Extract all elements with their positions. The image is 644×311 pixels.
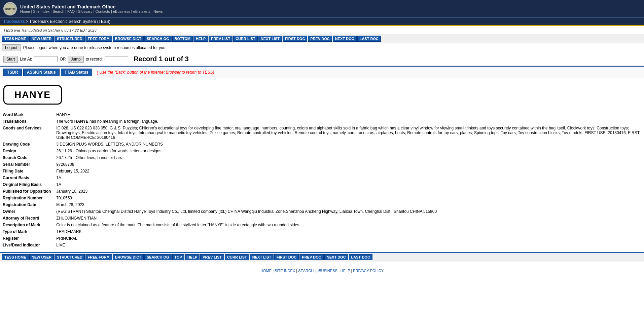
table-row: Design 26.11.26 - Oblongs as carriers fo…	[0, 148, 644, 154]
nav-contacts[interactable]: Contacts	[95, 9, 110, 13]
value-attorney: ZHUOJINGWEN TIAN	[53, 215, 644, 222]
ttab-status-button[interactable]: TTAB Status	[61, 69, 92, 76]
to-record-input[interactable]	[105, 56, 128, 62]
status-row: TSDR ASSIGN Status TTAB Status ( Use the…	[0, 66, 644, 78]
label-attorney: Attorney of Record	[0, 215, 53, 222]
label-word-mark: Word Mark	[0, 111, 53, 118]
bottom-btn-next-doc[interactable]: NEXT DOC	[324, 254, 348, 260]
nav-search[interactable]: Search	[52, 9, 64, 13]
record-title: Record 1 out of 3	[134, 55, 188, 63]
btn-structured[interactable]: STRUCTURED	[55, 36, 85, 42]
btn-next-list[interactable]: NEXT LIST	[258, 36, 282, 42]
bottom-btn-top[interactable]: TOP	[172, 254, 184, 260]
bottom-btn-prev-list[interactable]: PREV LIST	[200, 254, 224, 260]
nav-ebusiness[interactable]: eBusiness	[113, 9, 130, 13]
bottom-btn-prev-doc[interactable]: PREV DOC	[299, 254, 323, 260]
header-nav: Home | Site Index | Search | FAQ | Gloss…	[20, 9, 163, 13]
bottom-btn-new-user[interactable]: NEW USER	[29, 254, 54, 260]
or-label: OR	[60, 57, 66, 62]
svg-text:USPTO: USPTO	[5, 7, 15, 11]
nav-home[interactable]: Home	[20, 9, 30, 13]
bottom-btn-tess-home[interactable]: TESS HOME	[2, 254, 29, 260]
table-row: Attorney of Record ZHUOJINGWEN TIAN	[0, 215, 644, 222]
value-design: 26.11.26 - Oblongs as carriers for words…	[53, 148, 644, 154]
table-row: Type of Mark TRADEMARK	[0, 228, 644, 235]
label-registration-date: Registration Date	[0, 201, 53, 208]
btn-next-doc[interactable]: NEXT DOC	[333, 36, 357, 42]
table-row: Goods and Services IC 028. US 022 023 03…	[0, 125, 644, 141]
tsdr-button[interactable]: TSDR	[3, 69, 22, 76]
label-filing-date: Filing Date	[0, 168, 53, 174]
header-text: United States Patent and Trademark Offic…	[20, 4, 163, 13]
value-registration-number: 7010553	[53, 195, 644, 201]
table-row: Registration Number 7010553	[0, 195, 644, 201]
btn-help[interactable]: HELP	[193, 36, 208, 42]
jump-button[interactable]: Jump	[68, 56, 83, 63]
header: USPTO United States Patent and Trademark…	[0, 0, 644, 17]
logout-button[interactable]: Logout	[2, 44, 21, 51]
table-row: Drawing Code 3 DESIGN PLUS WORDS, LETTER…	[0, 141, 644, 148]
label-published-opposition: Published for Opposition	[0, 188, 53, 195]
btn-free-form[interactable]: FREE FORM	[85, 36, 112, 42]
logout-row: Logout Please logout when you are done t…	[0, 43, 644, 52]
bottom-btn-free-form[interactable]: FREE FORM	[85, 254, 112, 260]
btn-prev-list[interactable]: PREV LIST	[209, 36, 232, 42]
tess-update: TESS was last updated on Sat Apr 8 03:17…	[0, 26, 644, 34]
value-live-dead: LIVE	[53, 242, 644, 248]
value-register: PRINCIPAL	[53, 235, 644, 242]
value-description: Color is not claimed as a feature of the…	[53, 222, 644, 228]
value-original-filing-basis: 1A	[53, 181, 644, 188]
nav-news[interactable]: News	[153, 9, 163, 13]
agency-name: United States Patent and Trademark Offic…	[20, 4, 163, 9]
start-button[interactable]: Start	[3, 56, 18, 63]
btn-curr-list[interactable]: CURR LIST	[233, 36, 258, 42]
footer-help[interactable]: HELP	[341, 269, 350, 273]
list-at-input[interactable]	[34, 56, 58, 62]
bottom-btn-structured[interactable]: STRUCTURED	[55, 254, 85, 260]
bottom-btn-curr-list[interactable]: CURR LIST	[225, 254, 249, 260]
breadcrumb-current: Trademark Electronic Search System (TESS…	[29, 19, 110, 24]
table-row: Description of Mark Color is not claimed…	[0, 222, 644, 228]
value-current-basis: 1A	[53, 174, 644, 181]
footer-site-index[interactable]: SITE INDEX	[275, 269, 295, 273]
table-row: Live/Dead Indicator LIVE	[0, 242, 644, 248]
btn-new-user[interactable]: NEW USER	[29, 36, 54, 42]
table-row: Register PRINCIPAL	[0, 235, 644, 242]
btn-first-doc[interactable]: FIRST DOC	[283, 36, 307, 42]
record-nav: Start List At: OR Jump to record: Record…	[0, 52, 644, 66]
bottom-btn-first-doc[interactable]: FIRST DOC	[274, 254, 299, 260]
label-original-filing-basis: Original Filing Basis	[0, 181, 53, 188]
trademark-image-area: HANYE	[0, 78, 644, 111]
to-record-label: to record:	[86, 57, 103, 62]
btn-search-og[interactable]: SEARCH OG	[144, 36, 172, 42]
breadcrumb-trademarks[interactable]: Trademarks	[3, 19, 25, 24]
value-type-of-mark: TRADEMARK	[53, 228, 644, 235]
nav-ebiz-alerts[interactable]: eBiz alerts	[133, 9, 150, 13]
footer-privacy[interactable]: PRIVACY POLICY	[353, 269, 383, 273]
breadcrumb-separator: >	[26, 19, 29, 24]
btn-prev-doc[interactable]: PREV DOC	[308, 36, 332, 42]
bottom-btn-help[interactable]: HELP	[185, 254, 200, 260]
nav-site-index[interactable]: Site Index	[33, 9, 49, 13]
footer-home[interactable]: HOME	[260, 269, 272, 273]
back-message: ( Use the "Back" button of the Internet …	[97, 70, 214, 75]
btn-browse-dict[interactable]: BROWSE DICT	[113, 36, 144, 42]
btn-bottom[interactable]: BOTTOM	[172, 36, 193, 42]
top-nav-buttons: TESS HOME NEW USER STRUCTURED FREE FORM …	[0, 34, 644, 43]
bottom-btn-last-doc[interactable]: LAST DOC	[349, 254, 372, 260]
nav-faq[interactable]: FAQ	[67, 9, 75, 13]
nav-glossary[interactable]: Glossary	[78, 9, 92, 13]
bottom-btn-search-og[interactable]: SEARCH OG	[144, 254, 172, 260]
bottom-btn-next-list[interactable]: NEXT LIST	[250, 254, 274, 260]
footer-ebusiness[interactable]: eBUSINESS	[317, 269, 337, 273]
logout-message: Please logout when you are done to relea…	[23, 45, 167, 50]
footer-search[interactable]: SEARCH	[298, 269, 314, 273]
label-drawing-code: Drawing Code	[0, 141, 53, 148]
btn-tess-home[interactable]: TESS HOME	[2, 36, 29, 42]
table-row: Serial Number 97268708	[0, 161, 644, 168]
btn-last-doc[interactable]: LAST DOC	[357, 36, 381, 42]
value-registration-date: March 28, 2023	[53, 201, 644, 208]
bottom-btn-browse-dict[interactable]: BROWSE DICT	[113, 254, 144, 260]
value-word-mark: HANYE	[53, 111, 644, 118]
assign-status-button[interactable]: ASSIGN Status	[23, 69, 60, 76]
